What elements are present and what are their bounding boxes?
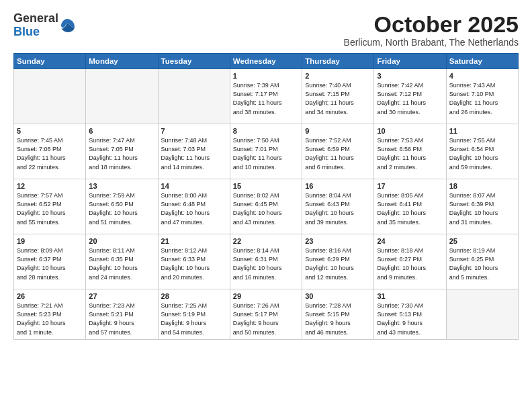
day-info: Sunrise: 7:57 AM Sunset: 6:52 PM Dayligh… [17,191,83,226]
calendar-cell: 26Sunrise: 7:21 AM Sunset: 5:23 PM Dayli… [14,289,86,339]
day-number: 18 [449,182,515,190]
day-number: 25 [449,237,515,245]
header-thursday: Thursday [302,54,374,69]
day-number: 29 [233,292,299,300]
day-info: Sunrise: 8:11 AM Sunset: 6:35 PM Dayligh… [89,246,154,281]
day-info: Sunrise: 7:43 AM Sunset: 7:10 PM Dayligh… [449,81,515,116]
day-number: 12 [17,182,83,190]
header-friday: Friday [374,54,446,69]
day-number: 23 [305,237,371,245]
logo-blue-text: Blue [13,25,40,38]
calendar-cell: 19Sunrise: 8:09 AM Sunset: 6:37 PM Dayli… [14,234,86,289]
day-number: 8 [233,127,299,135]
day-number: 30 [305,292,371,300]
logo: General Blue [13,12,76,39]
day-number: 5 [17,127,83,135]
day-info: Sunrise: 8:00 AM Sunset: 6:48 PM Dayligh… [161,191,227,226]
day-info: Sunrise: 7:21 AM Sunset: 5:23 PM Dayligh… [17,302,83,336]
day-info: Sunrise: 7:55 AM Sunset: 6:54 PM Dayligh… [449,136,515,171]
day-info: Sunrise: 8:14 AM Sunset: 6:31 PM Dayligh… [233,246,299,281]
day-number: 10 [377,127,443,135]
calendar-cell: 17Sunrise: 8:05 AM Sunset: 6:41 PM Dayli… [374,179,446,234]
calendar-cell: 24Sunrise: 8:18 AM Sunset: 6:27 PM Dayli… [374,234,446,289]
day-info: Sunrise: 7:59 AM Sunset: 6:50 PM Dayligh… [89,191,154,226]
day-info: Sunrise: 7:48 AM Sunset: 7:03 PM Dayligh… [161,136,227,171]
calendar-cell: 22Sunrise: 8:14 AM Sunset: 6:31 PM Dayli… [230,234,302,289]
calendar-cell: 25Sunrise: 8:19 AM Sunset: 6:25 PM Dayli… [446,234,518,289]
calendar-week-1: 1Sunrise: 7:39 AM Sunset: 7:17 PM Daylig… [14,69,519,124]
day-number: 19 [17,237,83,245]
day-number: 2 [305,72,371,80]
day-info: Sunrise: 7:39 AM Sunset: 7:17 PM Dayligh… [233,81,299,116]
day-number: 28 [161,292,227,300]
day-info: Sunrise: 7:28 AM Sunset: 5:15 PM Dayligh… [305,302,371,336]
day-info: Sunrise: 7:23 AM Sunset: 5:21 PM Dayligh… [89,302,154,336]
calendar-cell: 21Sunrise: 8:12 AM Sunset: 6:33 PM Dayli… [158,234,230,289]
calendar-cell [14,69,86,124]
title-area: October 2025 Berlicum, North Brabant, Th… [344,12,519,48]
calendar-cell: 18Sunrise: 8:07 AM Sunset: 6:39 PM Dayli… [446,179,518,234]
calendar-page: General Blue October 2025 Berlicum, Nort… [0,0,532,411]
day-info: Sunrise: 8:18 AM Sunset: 6:27 PM Dayligh… [377,246,443,281]
calendar-cell: 5Sunrise: 7:45 AM Sunset: 7:08 PM Daylig… [14,124,86,179]
day-info: Sunrise: 7:53 AM Sunset: 6:56 PM Dayligh… [377,136,443,171]
calendar-cell: 31Sunrise: 7:30 AM Sunset: 5:13 PM Dayli… [374,289,446,339]
day-info: Sunrise: 7:50 AM Sunset: 7:01 PM Dayligh… [233,136,299,171]
header-wednesday: Wednesday [230,54,302,69]
calendar-cell: 14Sunrise: 8:00 AM Sunset: 6:48 PM Dayli… [158,179,230,234]
day-number: 3 [377,72,443,80]
calendar-cell: 9Sunrise: 7:52 AM Sunset: 6:59 PM Daylig… [302,124,374,179]
day-number: 4 [449,72,515,80]
calendar-cell: 20Sunrise: 8:11 AM Sunset: 6:35 PM Dayli… [86,234,158,289]
day-info: Sunrise: 8:02 AM Sunset: 6:45 PM Dayligh… [233,191,299,226]
day-number: 21 [161,237,227,245]
calendar-cell: 3Sunrise: 7:42 AM Sunset: 7:12 PM Daylig… [374,69,446,124]
day-number: 17 [377,182,443,190]
day-info: Sunrise: 8:09 AM Sunset: 6:37 PM Dayligh… [17,246,83,281]
calendar-week-5: 26Sunrise: 7:21 AM Sunset: 5:23 PM Dayli… [14,289,519,339]
day-info: Sunrise: 7:45 AM Sunset: 7:08 PM Dayligh… [17,136,83,171]
calendar-cell: 6Sunrise: 7:47 AM Sunset: 7:05 PM Daylig… [86,124,158,179]
header-row: Sunday Monday Tuesday Wednesday Thursday… [14,54,519,69]
header-monday: Monday [86,54,158,69]
calendar-cell: 23Sunrise: 8:16 AM Sunset: 6:29 PM Dayli… [302,234,374,289]
calendar-cell: 7Sunrise: 7:48 AM Sunset: 7:03 PM Daylig… [158,124,230,179]
calendar-cell: 4Sunrise: 7:43 AM Sunset: 7:10 PM Daylig… [446,69,518,124]
day-number: 11 [449,127,515,135]
day-number: 9 [305,127,371,135]
calendar-cell: 8Sunrise: 7:50 AM Sunset: 7:01 PM Daylig… [230,124,302,179]
calendar-cell: 27Sunrise: 7:23 AM Sunset: 5:21 PM Dayli… [86,289,158,339]
calendar-cell: 16Sunrise: 8:04 AM Sunset: 6:43 PM Dayli… [302,179,374,234]
day-number: 26 [17,292,83,300]
header-tuesday: Tuesday [158,54,230,69]
day-number: 6 [89,127,154,135]
calendar-table: Sunday Monday Tuesday Wednesday Thursday… [13,53,519,339]
calendar-cell: 28Sunrise: 7:25 AM Sunset: 5:19 PM Dayli… [158,289,230,339]
calendar-cell [158,69,230,124]
day-number: 22 [233,237,299,245]
day-info: Sunrise: 8:12 AM Sunset: 6:33 PM Dayligh… [161,246,227,281]
day-number: 31 [377,292,443,300]
day-info: Sunrise: 8:07 AM Sunset: 6:39 PM Dayligh… [449,191,515,226]
calendar-week-4: 19Sunrise: 8:09 AM Sunset: 6:37 PM Dayli… [14,234,519,289]
day-number: 1 [233,72,299,80]
day-info: Sunrise: 7:30 AM Sunset: 5:13 PM Dayligh… [377,302,443,336]
calendar-cell [446,289,518,339]
day-info: Sunrise: 7:47 AM Sunset: 7:05 PM Dayligh… [89,136,154,171]
day-number: 20 [89,237,154,245]
day-number: 13 [89,182,154,190]
day-number: 27 [89,292,154,300]
calendar-subtitle: Berlicum, North Brabant, The Netherlands [344,37,519,48]
calendar-cell: 12Sunrise: 7:57 AM Sunset: 6:52 PM Dayli… [14,179,86,234]
day-info: Sunrise: 7:26 AM Sunset: 5:17 PM Dayligh… [233,302,299,336]
calendar-cell: 2Sunrise: 7:40 AM Sunset: 7:15 PM Daylig… [302,69,374,124]
calendar-cell: 30Sunrise: 7:28 AM Sunset: 5:15 PM Dayli… [302,289,374,339]
day-number: 14 [161,182,227,190]
calendar-week-3: 12Sunrise: 7:57 AM Sunset: 6:52 PM Dayli… [14,179,519,234]
day-info: Sunrise: 7:40 AM Sunset: 7:15 PM Dayligh… [305,81,371,116]
day-info: Sunrise: 7:52 AM Sunset: 6:59 PM Dayligh… [305,136,371,171]
day-info: Sunrise: 8:19 AM Sunset: 6:25 PM Dayligh… [449,246,515,281]
day-info: Sunrise: 8:05 AM Sunset: 6:41 PM Dayligh… [377,191,443,226]
calendar-cell [86,69,158,124]
calendar-cell: 10Sunrise: 7:53 AM Sunset: 6:56 PM Dayli… [374,124,446,179]
